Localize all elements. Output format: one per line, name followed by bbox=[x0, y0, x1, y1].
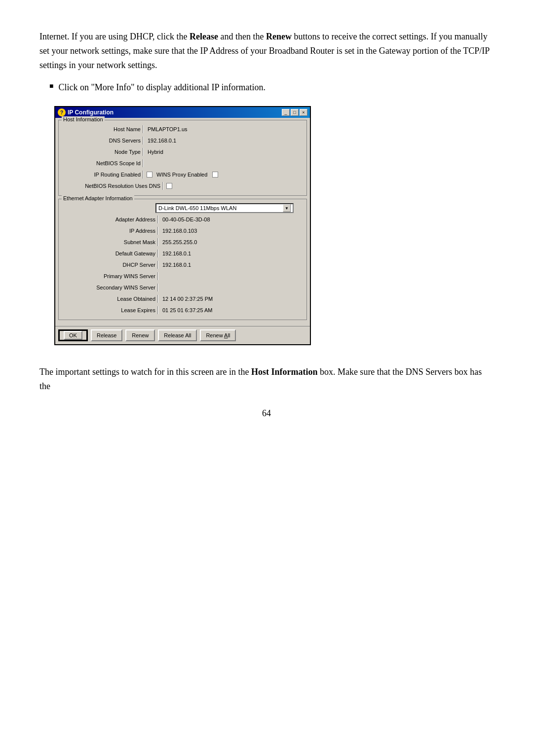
ethernet-adapter-group: Ethernet Adapter Information D-Link DWL-… bbox=[58, 199, 307, 320]
intro-text-2: and then the bbox=[218, 32, 266, 41]
lease-obtained-label: Lease Obtained bbox=[62, 296, 155, 302]
dialog-title: IP Configuration bbox=[68, 109, 114, 116]
titlebar-left: ? IP Configuration bbox=[58, 108, 114, 116]
ok-button[interactable]: OK bbox=[58, 329, 88, 341]
ip-routing-checkbox[interactable] bbox=[147, 172, 152, 178]
sep14 bbox=[157, 295, 158, 303]
titlebar-buttons: _ □ × bbox=[282, 109, 307, 116]
page-number: 64 bbox=[39, 408, 494, 419]
dropdown-arrow-icon[interactable]: ▼ bbox=[283, 204, 291, 212]
dns-value: 192.168.0.1 bbox=[146, 138, 304, 144]
lease-obtained-value: 12 14 00 2:37:25 PM bbox=[160, 296, 304, 302]
intro-paragraph: Internet. If you are using DHCP, click t… bbox=[39, 30, 494, 72]
bottom-text-1: The important settings to watch for in t… bbox=[39, 367, 251, 377]
host-name-label: Host Name bbox=[62, 126, 141, 132]
renew-button[interactable]: Renew bbox=[125, 329, 155, 341]
lease-obtained-row: Lease Obtained 12 14 00 2:37:25 PM bbox=[62, 294, 304, 304]
netbios-dns-checkbox[interactable] bbox=[166, 183, 172, 189]
sep6 bbox=[162, 182, 163, 190]
ip-routing-row: IP Routing Enabled WINS Proxy Enabled bbox=[62, 170, 304, 180]
netbios-scope-row: NetBIOS Scope Id bbox=[62, 158, 304, 168]
host-name-value: PMLAPTOP1.us bbox=[146, 126, 304, 132]
ip-configuration-dialog: ? IP Configuration _ □ × Host Informatio… bbox=[54, 106, 311, 345]
node-type-value: Hybrid bbox=[146, 149, 304, 155]
release-button[interactable]: Release bbox=[91, 329, 122, 341]
default-gateway-row: Default Gateway 192.168.0.1 bbox=[62, 249, 304, 258]
subnet-mask-value: 255.255.255.0 bbox=[160, 239, 304, 245]
wins-proxy-checkbox[interactable] bbox=[212, 172, 218, 178]
host-name-row: Host Name PMLAPTOP1.us bbox=[62, 124, 304, 134]
node-type-label: Node Type bbox=[62, 149, 141, 155]
default-gateway-label: Default Gateway bbox=[62, 251, 155, 256]
netbios-dns-label: NetBIOS Resolution Uses DNS bbox=[62, 183, 160, 189]
ip-routing-inline: WINS Proxy Enabled bbox=[146, 172, 218, 178]
primary-wins-label: Primary WINS Server bbox=[62, 273, 155, 279]
dhcp-server-value: 192.168.0.1 bbox=[160, 262, 304, 268]
intro-bold-release: Release bbox=[190, 32, 218, 41]
adapter-dropdown-value: D-Link DWL-650 11Mbps WLAN bbox=[158, 205, 236, 211]
subnet-mask-label: Subnet Mask bbox=[62, 239, 155, 245]
minimize-button[interactable]: _ bbox=[282, 109, 290, 116]
ip-address-value: 192.168.0.103 bbox=[160, 228, 304, 234]
node-type-row: Node Type Hybrid bbox=[62, 147, 304, 157]
host-group-content: Host Name PMLAPTOP1.us DNS Servers 192.1… bbox=[62, 124, 304, 191]
sep13 bbox=[157, 284, 158, 291]
dhcp-server-row: DHCP Server 192.168.0.1 bbox=[62, 260, 304, 270]
primary-wins-row: Primary WINS Server bbox=[62, 271, 304, 281]
restore-button[interactable]: □ bbox=[291, 109, 299, 116]
subnet-mask-row: Subnet Mask 255.255.255.0 bbox=[62, 237, 304, 247]
ip-address-row: IP Address 192.168.0.103 bbox=[62, 226, 304, 236]
sep5 bbox=[143, 171, 144, 179]
adapter-address-label: Adapter Address bbox=[62, 216, 155, 222]
sep10 bbox=[157, 250, 158, 257]
bottom-paragraph: The important settings to watch for in t… bbox=[39, 365, 494, 394]
lease-expires-value: 01 25 01 6:37:25 AM bbox=[160, 307, 304, 313]
ip-address-label: IP Address bbox=[62, 228, 155, 234]
adapter-address-row: Adapter Address 00-40-05-DE-3D-08 bbox=[62, 215, 304, 224]
sep15 bbox=[157, 306, 158, 314]
sep12 bbox=[157, 272, 158, 280]
sep1 bbox=[143, 125, 144, 133]
adapter-dropdown-row: D-Link DWL-650 11Mbps WLAN ▼ bbox=[62, 203, 304, 213]
default-gateway-value: 192.168.0.1 bbox=[160, 251, 304, 256]
sep2 bbox=[143, 137, 144, 144]
dns-servers-row: DNS Servers 192.168.0.1 bbox=[62, 136, 304, 145]
adapter-address-value: 00-40-05-DE-3D-08 bbox=[160, 216, 304, 222]
sep3 bbox=[143, 148, 144, 156]
ethernet-group-content: D-Link DWL-650 11Mbps WLAN ▼ Adapter Add… bbox=[62, 203, 304, 315]
adapter-dropdown[interactable]: D-Link DWL-650 11Mbps WLAN ▼ bbox=[155, 203, 294, 213]
ethernet-group-label: Ethernet Adapter Information bbox=[62, 195, 134, 201]
wins-proxy-label: WINS Proxy Enabled bbox=[156, 172, 207, 178]
bullet-symbol: ■ bbox=[49, 82, 53, 90]
intro-bold-renew: Renew bbox=[266, 32, 292, 41]
netbios-dns-row: NetBIOS Resolution Uses DNS bbox=[62, 181, 304, 191]
lease-expires-row: Lease Expires 01 25 01 6:37:25 AM bbox=[62, 305, 304, 315]
secondary-wins-label: Secondary WINS Server bbox=[62, 285, 155, 290]
sep7 bbox=[157, 216, 158, 223]
lease-expires-label: Lease Expires bbox=[62, 307, 155, 313]
sep9 bbox=[157, 238, 158, 246]
dialog-icon: ? bbox=[58, 108, 66, 116]
sep4 bbox=[143, 159, 144, 167]
host-group-label: Host Information bbox=[62, 116, 105, 122]
bottom-bold-information: Information bbox=[271, 367, 317, 377]
renew-all-label: Renew All bbox=[206, 332, 230, 338]
release-all-button[interactable]: Release All bbox=[158, 329, 197, 341]
renew-all-button[interactable]: Renew All bbox=[200, 329, 236, 341]
bullet-item-1: ■ Click on "More Info" to display additi… bbox=[49, 81, 494, 94]
sep11 bbox=[157, 261, 158, 269]
netbios-scope-label: NetBIOS Scope Id bbox=[62, 160, 141, 166]
bullet-text-1: Click on "More Info" to display addition… bbox=[58, 81, 265, 94]
host-information-group: Host Information Host Name PMLAPTOP1.us … bbox=[58, 120, 307, 196]
bottom-bold-host: Host bbox=[251, 367, 269, 377]
sep8 bbox=[157, 227, 158, 235]
dialog-footer: OK Release Renew Release All Renew All bbox=[55, 326, 310, 344]
dialog-wrapper: ? IP Configuration _ □ × Host Informatio… bbox=[54, 106, 311, 345]
ip-routing-label: IP Routing Enabled bbox=[62, 172, 141, 178]
secondary-wins-row: Secondary WINS Server bbox=[62, 283, 304, 292]
dns-label: DNS Servers bbox=[62, 138, 141, 144]
close-button[interactable]: × bbox=[300, 109, 307, 116]
dialog-content: Host Information Host Name PMLAPTOP1.us … bbox=[55, 118, 310, 326]
dhcp-server-label: DHCP Server bbox=[62, 262, 155, 268]
intro-text-1: Internet. If you are using DHCP, click t… bbox=[39, 32, 190, 41]
